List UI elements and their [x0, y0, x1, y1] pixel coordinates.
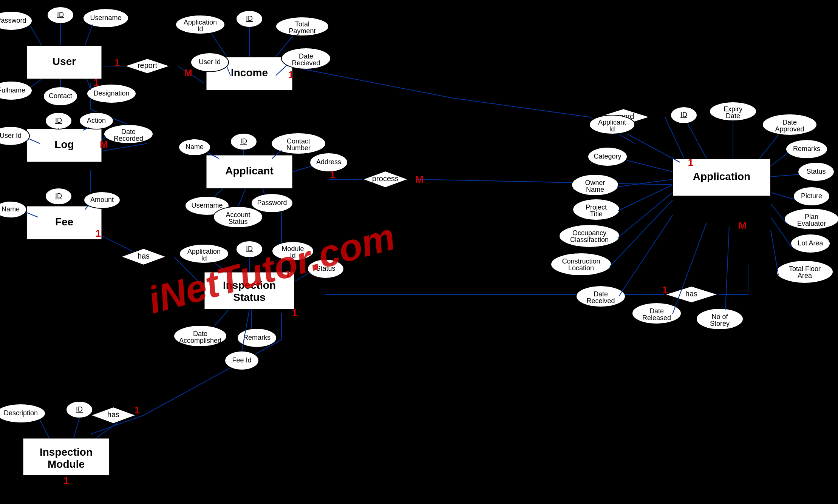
svg-line-24	[85, 25, 93, 45]
svg-line-22	[30, 26, 42, 45]
svg-line-62	[771, 174, 799, 177]
fee-id-text: ID	[55, 192, 62, 200]
svg-line-35	[40, 419, 49, 438]
appl-appid-text2: Id	[609, 125, 615, 133]
svg-line-67	[618, 193, 673, 238]
appl-projecttitle-text2: Title	[590, 210, 602, 218]
svg-line-60	[627, 160, 673, 172]
has-label-fee: has	[138, 252, 150, 260]
app-actstatus-text2: Status	[228, 218, 247, 225]
appl-consloc-text1: Construction	[562, 257, 600, 265]
appl-dateapproved-text2: Approved	[775, 125, 804, 133]
has-down-card: 1	[135, 404, 140, 416]
applicant-process-card: 1	[330, 169, 335, 180]
appl-appid-text1: Applicant	[598, 119, 626, 126]
user-designation-text: Designation	[93, 89, 129, 97]
income-datercvd-text2: Recieved	[292, 59, 320, 67]
report-label: report	[138, 61, 158, 69]
user-label: User	[53, 55, 76, 67]
appl-lotarea-text: Lot Area	[798, 239, 823, 247]
insp-mod-card: 1	[63, 475, 69, 486]
log-id-text: ID	[55, 117, 62, 124]
has-label-app: has	[685, 290, 697, 298]
svg-line-56	[627, 134, 680, 162]
svg-line-73	[725, 227, 729, 310]
log-daterecorded-text2: Recorded	[114, 135, 143, 142]
user-id-text: ID	[57, 11, 64, 18]
is-has-card1: 1	[292, 307, 297, 318]
user-record-card1: 1	[94, 77, 99, 88]
income-label: Income	[231, 67, 268, 79]
appl-datereleased-text1: Date	[649, 307, 664, 315]
appl-remarks-text: Remarks	[793, 145, 820, 153]
record-log-card: M	[100, 139, 108, 150]
svg-line-13	[416, 179, 688, 185]
income-appid-text2: Id	[197, 25, 203, 33]
is-appid-text1: Application	[187, 248, 221, 255]
appl-category-text: Category	[594, 153, 621, 160]
appl-consloc-text2: Location	[568, 264, 594, 272]
income-id-text: ID	[246, 15, 253, 22]
svg-line-57	[688, 123, 707, 159]
income-datercvd-text1: Date	[299, 52, 313, 60]
app-contact-text1: Contact	[287, 137, 310, 145]
appl-planevaluator-text1: Plan	[805, 213, 818, 220]
income-userid-text: User Id	[199, 58, 221, 66]
insp-mod-desc-text: Description	[4, 409, 38, 417]
has-app-card: 1	[662, 284, 668, 296]
svg-line-48	[238, 189, 246, 207]
inspection-module-label2: Module	[48, 458, 85, 470]
app-name-text: Name	[186, 143, 204, 151]
is-feeid-text: Fee Id	[232, 356, 251, 364]
application-label: Application	[693, 171, 750, 182]
app-actstatus-text1: Account	[226, 211, 250, 219]
appl-id-text: ID	[680, 111, 687, 119]
fee-label: Fee	[55, 216, 73, 228]
appl-datereleased-text2: Released	[642, 314, 671, 322]
svg-line-45	[293, 166, 312, 172]
appl-totalfloor-text1: Total Floor	[789, 265, 821, 273]
income-totalpayment-text2: Payment	[289, 27, 315, 35]
is-remarks-text: Remarks	[243, 334, 271, 341]
app-address-text: Address	[316, 158, 341, 166]
appl-picture-text: Picture	[801, 192, 822, 200]
is-appid-text2: Id	[201, 254, 207, 262]
svg-line-25	[31, 79, 42, 87]
appl-nostorey-text2: Storey	[710, 320, 730, 327]
fee-amount-text: Amount	[90, 196, 114, 203]
fee-name-text: Name	[2, 205, 20, 213]
svg-line-47	[263, 189, 264, 194]
user-username-text: Username	[90, 14, 121, 22]
process-label: process	[372, 174, 399, 183]
user-contact-text: Contact	[49, 92, 72, 100]
log-action-text: Action	[87, 117, 106, 124]
er-diagram: report record has record process has has…	[0, 0, 838, 504]
svg-line-27	[87, 79, 91, 90]
svg-line-36	[74, 418, 79, 438]
income-appid-text1: Application	[184, 18, 217, 26]
svg-line-64	[771, 193, 795, 199]
is-dateacc-text2: Accomplished	[179, 337, 221, 344]
svg-line-59	[759, 135, 778, 159]
svg-line-9	[453, 98, 589, 117]
app-username-text: Username	[191, 202, 223, 209]
user-password-text: Password	[0, 17, 26, 24]
income-m-card: M	[184, 67, 192, 79]
appl-dateapproved-text1: Date	[782, 119, 797, 126]
insp-mod-id-text: ID	[76, 405, 83, 413]
app-record-card: 1	[688, 157, 693, 168]
svg-line-8	[287, 66, 453, 98]
app-id-text: ID	[240, 137, 247, 145]
applicant-label: Applicant	[225, 165, 274, 177]
appl-occupancy-text1: Occupancy	[572, 229, 606, 237]
app-password-text: Password	[257, 199, 287, 207]
appl-datercvd-text2: Received	[586, 297, 615, 305]
svg-line-53	[215, 310, 229, 326]
svg-line-18	[144, 340, 281, 415]
income-app-card: 1	[288, 69, 294, 80]
svg-line-63	[617, 179, 673, 187]
appl-projecttitle-text1: Project	[586, 203, 607, 211]
app-contact-text2: Number	[286, 144, 311, 152]
fee-has-card: 1	[96, 228, 101, 239]
appl-expiry-text2: Date	[726, 112, 740, 120]
